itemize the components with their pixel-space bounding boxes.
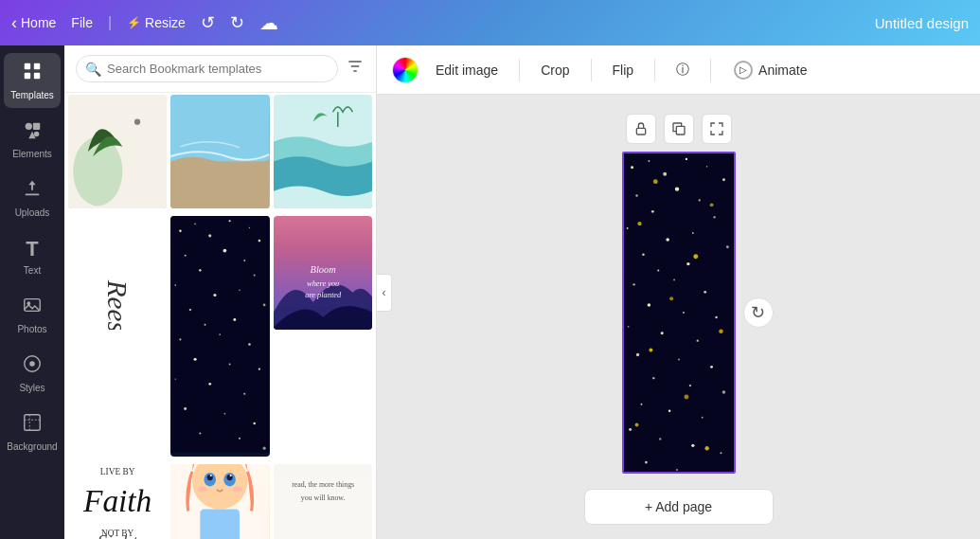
edit-image-button[interactable]: Edit image (426, 57, 508, 83)
svg-point-114 (674, 187, 678, 190)
sidebar-item-photos[interactable]: Photos (4, 287, 61, 342)
svg-point-45 (205, 324, 206, 326)
sidebar-item-background[interactable]: Background (4, 404, 61, 459)
svg-point-39 (254, 275, 256, 277)
svg-rect-0 (25, 63, 30, 69)
styles-icon (22, 353, 43, 379)
svg-point-107 (631, 166, 633, 169)
svg-point-158 (704, 446, 708, 450)
sidebar-templates-label: Templates (10, 90, 54, 100)
svg-point-157 (634, 423, 638, 427)
svg-point-135 (678, 358, 680, 360)
svg-point-19 (134, 119, 140, 125)
svg-point-142 (701, 417, 703, 419)
sidebar-item-templates[interactable]: Templates (4, 53, 61, 108)
duplicate-button[interactable] (664, 114, 694, 144)
svg-point-40 (175, 284, 177, 286)
svg-point-58 (254, 422, 257, 425)
template-item-2[interactable] (170, 95, 269, 208)
sidebar-uploads-label: Uploads (15, 207, 50, 218)
svg-rect-7 (34, 132, 40, 137)
svg-point-130 (715, 316, 718, 319)
sidebar-item-text[interactable]: T Text (4, 229, 61, 283)
sidebar-item-elements[interactable]: Elements (4, 112, 61, 167)
add-page-button[interactable]: + Add page (584, 489, 774, 525)
canvas-image-container[interactable]: ↻ (622, 152, 736, 474)
photos-icon (22, 295, 43, 320)
svg-point-33 (249, 227, 250, 228)
svg-point-144 (659, 438, 661, 440)
resize-label: Resize (145, 15, 186, 30)
sidebar-text-label: Text (24, 265, 41, 276)
svg-point-115 (698, 199, 700, 201)
svg-point-122 (725, 245, 728, 248)
search-bar: 🔍 (64, 45, 376, 93)
svg-point-125 (633, 283, 634, 285)
template-row-3: FOR WE LIVE BY Faith NOT BY Sight (64, 462, 376, 539)
flip-label: Flip (613, 63, 634, 78)
svg-point-51 (229, 364, 231, 366)
template-item-9[interactable]: Quotes For You ✦ ✦ The more that you rea… (274, 464, 372, 539)
template-item-1[interactable] (68, 95, 167, 208)
search-input[interactable] (76, 55, 338, 82)
animate-button[interactable]: ▷ Animate (722, 55, 818, 85)
svg-point-150 (709, 203, 713, 207)
back-button[interactable]: ‹ Home (11, 13, 56, 33)
filter-button[interactable] (346, 57, 365, 81)
template-item-4[interactable]: Reese (68, 216, 167, 330)
svg-rect-1 (34, 63, 40, 69)
svg-point-136 (710, 366, 713, 368)
sidebar-item-styles[interactable]: Styles (4, 346, 61, 401)
svg-point-129 (682, 312, 684, 314)
resize-icon: ⚡ (127, 16, 141, 29)
resize-button[interactable]: ⚡ Resize (127, 15, 186, 30)
svg-rect-106 (624, 153, 734, 472)
template-item-8[interactable]: ♥ ♥ ♥ (170, 464, 269, 539)
redo-button[interactable]: ↻ (230, 12, 244, 33)
file-button[interactable]: File (71, 15, 93, 30)
svg-text:LIVE BY: LIVE BY (100, 467, 135, 476)
svg-rect-13 (25, 415, 41, 431)
sidebar-background-label: Background (7, 441, 57, 452)
nav-divider-1: | (108, 14, 112, 31)
svg-rect-3 (34, 73, 40, 79)
expand-button[interactable] (702, 114, 732, 144)
add-page-label: + Add page (645, 499, 712, 514)
svg-point-126 (673, 278, 675, 280)
color-picker-button[interactable] (392, 57, 419, 83)
rotate-handle[interactable]: ↻ (743, 297, 774, 328)
info-icon: ⓘ (676, 62, 689, 79)
svg-point-88 (227, 475, 233, 480)
hide-panel-icon: ‹ (383, 286, 386, 299)
hide-panel-button[interactable]: ‹ (377, 274, 392, 312)
sidebar-item-uploads[interactable]: Uploads (4, 171, 61, 225)
canvas-area: Edit image Crop Flip ⓘ ▷ Animate (377, 45, 980, 539)
undo-button[interactable]: ↺ (201, 12, 215, 33)
lock-button[interactable] (626, 114, 656, 144)
templates-panel: 🔍 (64, 45, 377, 539)
animate-icon: ▷ (734, 61, 753, 80)
svg-point-49 (249, 343, 252, 346)
template-item-6[interactable]: Bloom where you are planted (274, 216, 372, 330)
svg-point-148 (675, 469, 677, 471)
svg-text:are planted: are planted (305, 291, 342, 299)
svg-point-31 (208, 234, 211, 237)
template-item-5[interactable] (170, 216, 269, 457)
template-item-7[interactable]: FOR WE LIVE BY Faith NOT BY Sight (68, 464, 167, 539)
text-icon: T (26, 237, 38, 261)
svg-point-54 (209, 383, 212, 386)
toolbar-separator-1 (519, 59, 520, 81)
info-button[interactable]: ⓘ (667, 56, 699, 84)
canvas-workspace-area: ↻ + Add page (584, 114, 774, 525)
svg-point-111 (705, 166, 707, 168)
svg-point-4 (26, 123, 32, 130)
sidebar-photos-label: Photos (17, 324, 46, 334)
canvas-content[interactable]: ↻ + Add page (377, 95, 980, 539)
svg-point-143 (629, 428, 632, 431)
template-item-3[interactable] (274, 95, 372, 208)
canvas-controls-row (626, 114, 732, 144)
svg-point-108 (648, 160, 650, 162)
crop-button[interactable]: Crop (531, 57, 579, 83)
flip-button[interactable]: Flip (603, 57, 644, 83)
save-cloud-button[interactable]: ☁ (259, 11, 278, 34)
